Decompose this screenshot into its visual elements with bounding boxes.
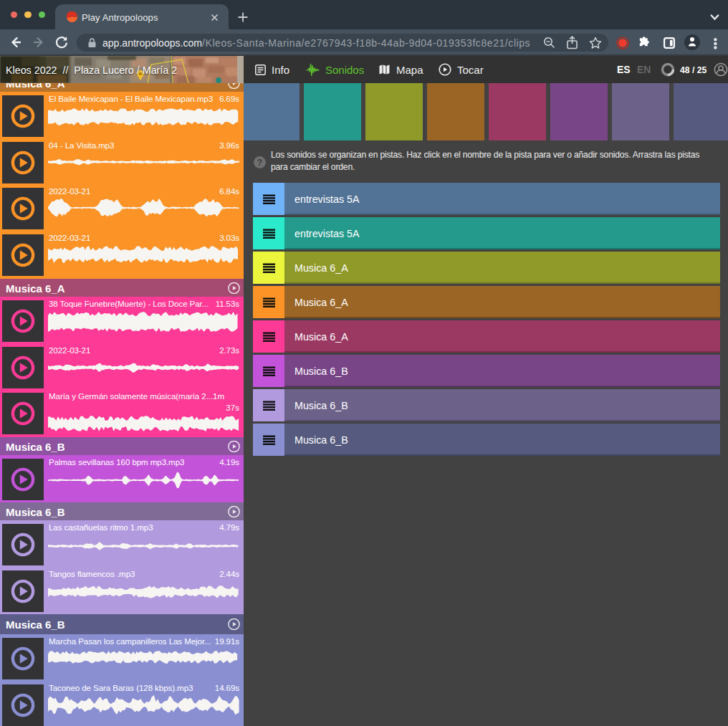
svg-text:?: ? — [257, 158, 262, 168]
